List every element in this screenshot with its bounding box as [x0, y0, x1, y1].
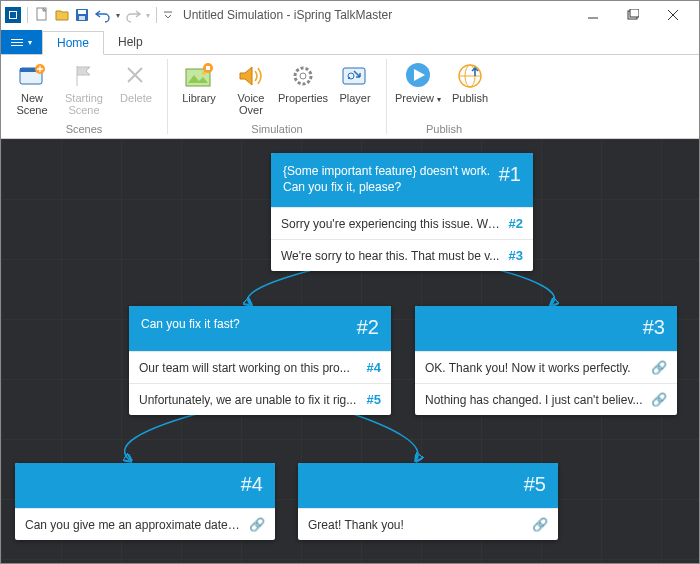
redo-split-caret[interactable]: ▾ [146, 11, 150, 20]
reply-row[interactable]: Unfortunately, we are unable to fix it r… [129, 383, 391, 415]
qat-separator [27, 7, 28, 23]
link-icon[interactable]: 🔗 [249, 517, 265, 532]
starting-scene-button: Starting Scene [59, 58, 109, 116]
app-icon [5, 7, 21, 23]
reply-row[interactable]: Sorry you're experiencing this issue. We… [271, 207, 533, 239]
reply-row[interactable]: Our team will start working on this pro.… [129, 351, 391, 383]
reply-row[interactable]: Great! Thank you! 🔗 [298, 508, 558, 540]
new-doc-icon[interactable] [34, 7, 50, 23]
svg-rect-2 [78, 10, 86, 14]
tab-help[interactable]: Help [104, 30, 157, 54]
new-scene-icon [17, 62, 47, 90]
group-label: Scenes [7, 121, 161, 137]
canvas[interactable]: ⚑ {Some important feature} doesn't work.… [1, 139, 699, 563]
link-icon[interactable]: 🔗 [651, 392, 667, 407]
ribbon-tabs: ▾ Home Help [1, 29, 699, 55]
properties-button[interactable]: Properties [278, 58, 328, 116]
group-simulation: Library Voice Over Properties Player Sim… [168, 55, 386, 138]
link-icon[interactable]: 🔗 [651, 360, 667, 375]
reply-row[interactable]: OK. Thank you! Now it works perfectly. 🔗 [415, 351, 677, 383]
svg-rect-3 [79, 16, 85, 20]
new-scene-button[interactable]: New Scene [7, 58, 57, 116]
group-label: Simulation [174, 121, 380, 137]
publish-icon [455, 62, 485, 90]
group-label: Publish [393, 121, 495, 137]
chevron-down-icon: ▾ [28, 38, 32, 47]
maximize-button[interactable] [613, 2, 653, 28]
scene-header[interactable]: #5 [298, 463, 558, 508]
gear-icon [288, 62, 318, 90]
tab-home[interactable]: Home [42, 31, 104, 55]
voice-over-icon [236, 62, 266, 90]
scene-node-1[interactable]: ⚑ {Some important feature} doesn't work.… [271, 153, 533, 271]
svg-point-20 [300, 73, 306, 79]
flag-icon [69, 62, 99, 90]
scene-header[interactable]: {Some important feature} doesn't work. C… [271, 153, 533, 207]
scene-node-5[interactable]: #5 Great! Thank you! 🔗 [298, 463, 558, 540]
qat-separator [156, 7, 157, 23]
scene-header[interactable]: #4 [15, 463, 275, 508]
link-icon[interactable]: 🔗 [532, 517, 548, 532]
undo-split-caret[interactable]: ▾ [116, 11, 120, 20]
reply-row[interactable]: Nothing has changed. I just can't believ… [415, 383, 677, 415]
quick-access-toolbar: ▾ ▾ [5, 7, 173, 23]
close-button[interactable] [653, 2, 693, 28]
window-title: Untitled Simulation - iSpring TalkMaster [183, 8, 392, 22]
scene-header[interactable]: #3 [415, 306, 677, 351]
scene-node-4[interactable]: #4 Can you give me an approximate date .… [15, 463, 275, 540]
chevron-down-icon: ▾ [437, 95, 441, 104]
delete-icon [121, 62, 151, 90]
svg-rect-7 [630, 9, 639, 17]
reply-row[interactable]: Can you give me an approximate date ... … [15, 508, 275, 540]
player-icon [340, 62, 370, 90]
reply-link[interactable]: #5 [367, 392, 381, 407]
redo-icon[interactable] [124, 7, 142, 23]
preview-icon [403, 62, 433, 90]
open-icon[interactable] [54, 7, 70, 23]
library-button[interactable]: Library [174, 58, 224, 116]
scene-node-3[interactable]: #3 OK. Thank you! Now it works perfectly… [415, 306, 677, 415]
qat-customize-caret[interactable] [163, 10, 173, 20]
menu-icon [11, 39, 23, 46]
scene-node-2[interactable]: Can you fix it fast? #2 Our team will st… [129, 306, 391, 415]
scene-header[interactable]: Can you fix it fast? #2 [129, 306, 391, 351]
publish-button[interactable]: Publish [445, 58, 495, 105]
minimize-button[interactable] [573, 2, 613, 28]
group-publish: Preview ▾ Publish Publish [387, 55, 501, 138]
player-button[interactable]: Player [330, 58, 380, 116]
reply-row[interactable]: We're sorry to hear this. That must be v… [271, 239, 533, 271]
title-bar: ▾ ▾ Untitled Simulation - iSpring TalkMa… [1, 1, 699, 29]
reply-link[interactable]: #4 [367, 360, 381, 375]
group-scenes: New Scene Starting Scene Delete Scenes [1, 55, 167, 138]
save-icon[interactable] [74, 7, 90, 23]
file-tab[interactable]: ▾ [1, 30, 42, 54]
library-icon [184, 62, 214, 90]
svg-rect-18 [206, 66, 210, 70]
ribbon: New Scene Starting Scene Delete Scenes L… [1, 55, 699, 139]
undo-icon[interactable] [94, 7, 112, 23]
delete-button: Delete [111, 58, 161, 116]
reply-link[interactable]: #3 [509, 248, 523, 263]
preview-button[interactable]: Preview ▾ [393, 58, 443, 105]
reply-link[interactable]: #2 [509, 216, 523, 231]
voice-over-button[interactable]: Voice Over [226, 58, 276, 116]
